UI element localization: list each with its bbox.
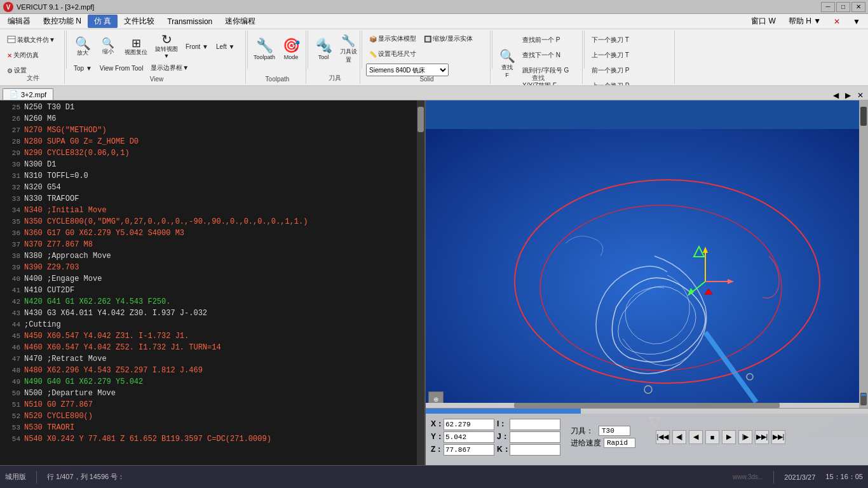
menu-dropdown[interactable]: ▼ <box>846 16 867 27</box>
btn-set-stock[interactable]: 📏设置毛坯尺寸 <box>366 47 419 61</box>
btn-end[interactable]: ▶▶| <box>771 430 785 444</box>
viewport-scrollbar-h[interactable] <box>426 403 868 408</box>
menu-help[interactable]: 帮助 H ▼ <box>782 15 827 28</box>
code-line[interactable]: 53N530 TRAORI <box>0 422 414 433</box>
code-line[interactable]: 51N510 G0 Z77.867 <box>0 399 414 410</box>
code-line[interactable]: 26N260 M6 <box>0 113 414 125</box>
btn-show-bbox[interactable]: 显示边界框▼ <box>147 62 192 74</box>
x-input[interactable] <box>444 419 494 430</box>
btn-view-from-tool[interactable]: View From Tool <box>97 62 147 74</box>
menu-mini[interactable]: 迷你编程 <box>219 15 262 28</box>
code-line[interactable]: 43N430 G3 X64.011 Y4.042 Z30. I.937 J-.0… <box>0 308 414 319</box>
code-line[interactable]: 42N420 G41 G1 X62.262 Y4.543 F250. <box>0 296 414 308</box>
menu-compare[interactable]: 文件比较 <box>118 15 161 28</box>
code-line[interactable]: 27N270 MSG("METHOD") <box>0 125 414 136</box>
code-line[interactable]: 41N410 CUT2DF <box>0 285 414 296</box>
code-line[interactable]: 32N320 G54 <box>0 182 414 193</box>
btn-zoom-solid[interactable]: 🔲缩放/显示实体 <box>421 32 476 46</box>
menu-sim[interactable]: 仿 真 <box>88 15 118 28</box>
maximize-button[interactable]: □ <box>836 2 850 12</box>
status-datetime: 2021/3/27 <box>784 473 815 481</box>
z-input[interactable] <box>444 444 494 456</box>
viewport-scrollbar-v[interactable] <box>859 100 868 408</box>
tab-nav-close[interactable]: ✕ <box>855 91 865 100</box>
code-line[interactable]: 34N340 ;Initial Move <box>0 205 414 216</box>
code-line[interactable]: 49N490 G40 G1 X62.279 Y5.042 <box>0 376 414 388</box>
btn-prev-tool-change-p[interactable]: 前一个换刀 P <box>588 64 632 78</box>
code-line[interactable]: 40N400 ;Engage Move <box>0 273 414 285</box>
btn-prev-tool-change-t[interactable]: 上一个换刀 T <box>588 48 632 62</box>
code-line[interactable]: 48N480 X62.296 Y4.543 Z52.297 I.812 J.46… <box>0 365 414 376</box>
btn-step-back[interactable]: ◀| <box>672 430 686 444</box>
btn-next-tool-change[interactable]: 下一个换刀 T <box>588 33 632 47</box>
vp-scroll-thumb[interactable] <box>860 107 867 126</box>
code-line[interactable]: 37N370 Z77.867 M8 <box>0 239 414 250</box>
btn-find-prev-p[interactable]: 查找前一个 P <box>519 33 572 47</box>
tab-file[interactable]: 📄 3+2.mpf <box>3 88 53 100</box>
i-input[interactable] <box>510 419 560 430</box>
j-input[interactable] <box>510 431 560 443</box>
btn-zoom-in[interactable]: 🔍 放大 <box>71 32 95 61</box>
code-line[interactable]: 45N450 X60.547 Y4.042 Z31. I-1.732 J1. <box>0 330 414 342</box>
btn-rotate[interactable]: ↻ 旋转视图▼ <box>152 32 181 61</box>
code-line[interactable]: 31N310 TOFFL=0.0 <box>0 170 414 182</box>
btn-play[interactable]: ▶ <box>722 430 736 444</box>
viewport-scrollbar-thumb[interactable] <box>514 403 780 408</box>
btn-close-sim[interactable]: ✕ 关闭仿真 <box>4 48 42 62</box>
code-line[interactable]: 47N470 ;Retract Move <box>0 353 414 365</box>
code-line[interactable]: 46N460 X60.547 Y4.042 Z52. I1.732 J1. TU… <box>0 342 414 353</box>
btn-top[interactable]: Top ▼ <box>71 62 95 74</box>
btn-tool[interactable]: 🔩 Tool <box>312 33 335 65</box>
code-scrollbar[interactable] <box>417 100 424 465</box>
code-line[interactable]: 36N360 G17 G0 X62.279 Y5.042 S4000 M3 <box>0 227 414 239</box>
tool-label: 刀具： <box>571 426 596 437</box>
btn-fast-fwd[interactable]: ▶▶| <box>755 430 769 444</box>
machine-select[interactable]: Siemens 840D 铣床 <box>366 64 449 76</box>
btn-step-fwd[interactable]: |▶ <box>738 430 752 444</box>
tab-nav-prev[interactable]: ◀ <box>831 91 841 100</box>
btn-view-reset[interactable]: ⊞ 视图复位 <box>121 32 151 61</box>
btn-load-file[interactable]: 装载文件仿▼ <box>4 33 58 47</box>
close-button[interactable]: ✕ <box>851 2 865 12</box>
tab-icon: 📄 <box>10 90 18 98</box>
code-line[interactable]: 29N290 CYCLE832(0.06,0,1) <box>0 147 414 159</box>
code-line[interactable]: 33N330 TRAFOOF <box>0 193 414 205</box>
status-mode: 城用版 <box>5 472 26 482</box>
btn-stop[interactable]: ■ <box>705 430 719 444</box>
code-scrollbar-thumb[interactable] <box>417 107 424 132</box>
btn-prev-tool-change2[interactable]: 上一个换刀 P <box>588 79 632 86</box>
code-line[interactable]: 44;Cutting <box>0 319 414 330</box>
btn-mode[interactable]: 🎯 Mode <box>278 33 304 65</box>
code-line[interactable]: 30N300 D1 <box>0 159 414 170</box>
code-line[interactable]: 28N280 SUPA G0 Z= Z_HOME D0 <box>0 136 414 147</box>
code-line[interactable]: 39N390 Z29.703 <box>0 262 414 273</box>
code-line[interactable]: 50N500 ;Departure Move <box>0 388 414 399</box>
menu-editor[interactable]: 编辑器 <box>1 15 37 28</box>
btn-find-next-n[interactable]: 查找下一个 N <box>519 48 572 62</box>
btn-front[interactable]: Front ▼ <box>182 41 212 52</box>
btn-show-solid[interactable]: 📦显示实体模型 <box>366 32 419 46</box>
vp-scroll-btn[interactable] <box>860 393 867 405</box>
code-line[interactable]: 38N380 ;Approach Move <box>0 250 414 262</box>
btn-play-back[interactable]: ◀ <box>689 430 703 444</box>
y-input[interactable] <box>444 431 494 443</box>
menu-close-doc[interactable]: ✕ <box>827 16 846 27</box>
viewport-3d[interactable]: ⊕ X： I： <box>426 100 868 465</box>
minimize-button[interactable]: ─ <box>821 2 835 12</box>
menu-transmission[interactable]: Transmission <box>161 16 219 27</box>
btn-rewind[interactable]: |◀◀ <box>656 430 670 444</box>
code-line[interactable]: 25N250 T30 D1 <box>0 102 414 113</box>
tool-value: T30 <box>599 426 630 436</box>
menu-nc[interactable]: 数控功能 N <box>37 15 88 28</box>
btn-zoom-out[interactable]: 🔍 缩小 <box>96 32 120 61</box>
k-input[interactable] <box>510 444 560 456</box>
btn-toolpath[interactable]: 🔧 Toolpath <box>252 33 277 65</box>
menu-window[interactable]: 窗口 W <box>745 15 782 28</box>
code-editor[interactable]: 25N250 T30 D126N260 M627N270 MSG("METHOD… <box>0 100 424 465</box>
btn-tool-settings[interactable]: 🔧 刀具设置 <box>336 33 360 65</box>
code-line[interactable]: 35N350 CYCLE800(0,"DMG",0,27,0.,0.,0.,-9… <box>0 216 414 227</box>
tab-nav-next[interactable]: ▶ <box>843 91 853 100</box>
code-line[interactable]: 52N520 CYCLE800() <box>0 410 414 422</box>
btn-left[interactable]: Left ▼ <box>213 41 238 52</box>
code-line[interactable]: 54N540 X0.242 Y 77.481 Z 61.652 B119.359… <box>0 433 414 445</box>
